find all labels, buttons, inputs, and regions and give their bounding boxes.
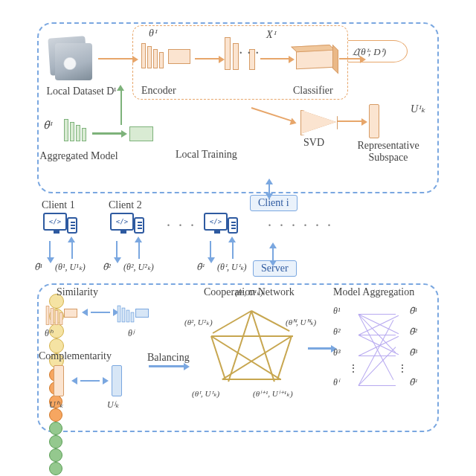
clienti-icon (204, 213, 238, 239)
agg-link-1 (358, 314, 396, 315)
agg-dst-i (49, 462, 62, 475)
sim-theta-j (118, 306, 135, 323)
client2-down (116, 241, 118, 259)
local-training-label: Local Training (176, 149, 237, 161)
comp-u-h (54, 365, 64, 396)
arrow-bars-svd (251, 107, 293, 122)
agg-src-3-label: θ³ (333, 347, 341, 358)
edge-2-N (211, 335, 293, 337)
edge-N-i (222, 335, 292, 380)
client-panel: Local Dataset Dᶦ θᶦ Encoder · · · Xᶦ Cla… (37, 22, 439, 193)
sim-feat-h (64, 309, 77, 318)
sim-theta-h-label: θʰ (45, 328, 53, 339)
client-server-link (269, 242, 277, 266)
agg-src-1-label: θ¹ (333, 306, 341, 317)
agg-src-2-label: θ² (333, 327, 341, 338)
comp-u-h-label: Uʰₖ (49, 399, 63, 411)
arrow-coop-agg (308, 347, 333, 350)
u-i-label: Uᶦₖ (411, 103, 425, 115)
agg-dst-3 (49, 448, 62, 462)
sim-theta-h (46, 306, 63, 325)
agg-dst-1-label: θ̃¹ (409, 306, 417, 317)
mid-section: Client 1 Client 2 · · · · · · · · · Clie… (37, 199, 439, 277)
local-dataset-label: Local Dataset Dᶦ (37, 85, 126, 97)
balancing-label: Balancing (147, 352, 190, 364)
client2-label: Client 2 (109, 199, 142, 211)
arrow-agg-feature (92, 132, 123, 135)
comp-u-j (112, 365, 122, 396)
clients-ellipsis-left: · · · (167, 217, 196, 234)
client1-down-label: θ̃¹ (34, 262, 42, 273)
agg-link-5 (358, 335, 396, 335)
local-training-box (132, 25, 348, 100)
server-panel: Similarity θʰ θʲ Complementarity Uʰₖ Uʲₖ… (37, 283, 439, 432)
client2-up (138, 241, 140, 259)
complementarity-arrow (71, 377, 109, 385)
coop-node-ip1-label: (θⁱ⁺¹, Uⁱ⁺¹ₖ) (253, 389, 293, 399)
edge-2-ip1 (210, 335, 280, 380)
similarity-arrow (82, 309, 119, 316)
aggregated-model-label: Aggregated Model (34, 150, 123, 162)
agg-src-dots: ⋮ (348, 362, 358, 375)
agg-link-10 (358, 385, 396, 386)
agg-dst-3-label: θ̃³ (409, 347, 417, 358)
agg-src-i-label: θⁱ (333, 377, 339, 388)
client2-up-arrow (135, 237, 142, 242)
client2-up-label: (θ², U²ₖ) (123, 262, 154, 273)
rep-subspace-label: Representative Subspace (351, 140, 425, 164)
clienti-down (210, 241, 211, 259)
agg-dst-2 (49, 435, 62, 448)
complementarity-label: Complementarity (39, 350, 112, 362)
rep-subspace-bar (369, 104, 379, 138)
agg-to-encoder-v (120, 89, 122, 125)
client2-down-label: θ̃² (103, 262, 111, 273)
client1-down (49, 241, 51, 259)
client-i-tag: Client i (250, 195, 298, 211)
aggregated-feature (129, 126, 153, 141)
clients-ellipsis-right: · · · · · · (268, 217, 424, 234)
client1-icon (43, 213, 77, 239)
sim-theta-j-label: θʲ (128, 328, 134, 339)
agg-link-8 (358, 356, 396, 356)
similarity-label: Similarity (57, 286, 98, 298)
comp-u-j-label: Uʲₖ (107, 399, 119, 411)
svd-block (300, 110, 336, 134)
model-aggregation-label: Model Aggregation (333, 286, 414, 298)
clienti-up (232, 241, 234, 259)
clienti-down-label: θ̃ᶦ (196, 262, 204, 273)
coop-node-1-label: (θ¹, U¹ₖ) (235, 288, 263, 298)
agg-dst-dots: ⋮ (397, 362, 408, 375)
theta-tilde-i-label: θ̃ᶦ (43, 119, 52, 132)
coop-node-2-label: (θ², U²ₖ) (184, 318, 213, 327)
client1-up-label: (θ¹, U¹ₖ) (55, 262, 86, 273)
coop-node-N-label: (θᴺ, Uᴺₖ) (286, 318, 316, 327)
arrow-svd-subspace (338, 120, 363, 122)
client-to-panel-link (266, 178, 273, 199)
client1-up (71, 241, 73, 259)
agg-dst-2-label: θ̃² (409, 327, 417, 338)
svd-label: SVD (303, 137, 324, 149)
clienti-up-arrow (228, 237, 236, 242)
agg-dst-i-label: θ̃ᶦ (409, 377, 416, 388)
client2-icon (110, 213, 144, 239)
agg-dst-1 (49, 422, 62, 435)
client1-label: Client 1 (42, 199, 75, 211)
client1-up-arrow (68, 237, 75, 242)
clienti-up-label: (θᶦ, Uᶦₖ) (217, 262, 247, 273)
sim-feat-j (135, 309, 149, 318)
agg-to-encoder-arrowhead (117, 85, 124, 91)
arrow-dataset-encoder (98, 58, 134, 60)
aggregated-encoder (64, 119, 86, 141)
dataset-image-front (55, 43, 92, 80)
coop-node-i-label: (θᶦ, Uᶦₖ) (192, 389, 219, 399)
balancing-arrow (149, 365, 186, 367)
client-i-tag-text: Client i (250, 195, 298, 211)
loss-loop-arc (348, 40, 408, 62)
